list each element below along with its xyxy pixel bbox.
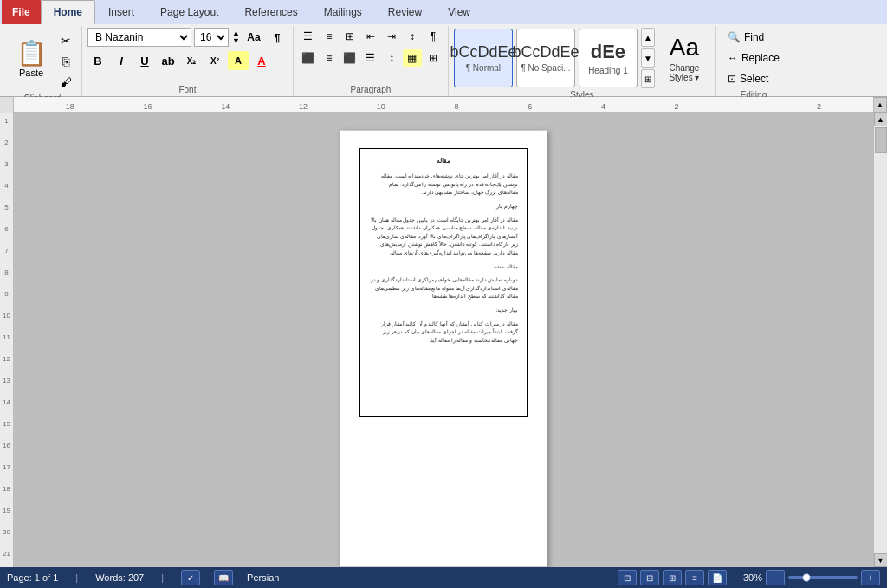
bullets-button[interactable]: ☰ xyxy=(299,28,318,45)
paragraph-4: مقاله نقشه xyxy=(369,263,518,272)
tab-insert[interactable]: Insert xyxy=(95,0,147,24)
style-no-spacing-preview: bCcDdEe xyxy=(512,43,579,62)
outline-view-button[interactable]: ≡ xyxy=(685,570,704,585)
multilevel-list-button[interactable]: ⊞ xyxy=(340,28,359,45)
align-left-button[interactable]: ⬛ xyxy=(299,49,318,67)
zoom-slider[interactable] xyxy=(788,576,858,579)
style-heading1-preview: dEe xyxy=(591,41,625,63)
scroll-up-button[interactable]: ▲ xyxy=(874,113,888,126)
status-right: ⊡ ⊟ ⊞ ≡ 📄 | 30% − + xyxy=(618,570,880,585)
styles-expand[interactable]: ⊞ xyxy=(641,69,655,88)
paragraph-3: مقاله در آغاز امر بهترین جایگاه است. در … xyxy=(369,216,518,258)
change-styles-label: ChangeStyles ▾ xyxy=(669,63,699,82)
font-format-row: B I U ab X₂ X² A A xyxy=(87,51,272,70)
scrollbar-thumb[interactable] xyxy=(875,127,887,153)
style-normal[interactable]: bCcDdEe ¶ Normal xyxy=(454,29,513,87)
zoom-thumb[interactable] xyxy=(802,573,811,582)
paste-button[interactable]: 📋 Paste xyxy=(9,28,54,92)
subscript-button[interactable]: X₂ xyxy=(181,51,202,70)
style-heading1-label: Heading 1 xyxy=(588,66,628,75)
align-center-button[interactable]: ≡ xyxy=(320,49,339,67)
tab-file[interactable]: File xyxy=(2,0,41,24)
copy-button[interactable]: ⎘ xyxy=(55,52,76,71)
paragraph-1: مقاله در آغاز امر بهترین جای نوشته‌های خ… xyxy=(369,172,518,197)
tab-mailings[interactable]: Mailings xyxy=(311,0,375,24)
document-title: مقاله xyxy=(369,156,518,165)
scroll-down-button[interactable]: ▼ xyxy=(874,553,888,567)
tab-review[interactable]: Review xyxy=(375,0,435,24)
status-left: Page: 1 of 1 | Words: 207 | ✓ 📖 Persian xyxy=(7,570,604,585)
font-size-decrease[interactable]: ▼ xyxy=(231,37,241,45)
document-content: مقاله مقاله در آغاز امر بهترین جای نوشته… xyxy=(369,156,518,345)
bold-button[interactable]: B xyxy=(87,51,108,70)
document-canvas[interactable]: مقاله مقاله در آغاز امر بهترین جای نوشته… xyxy=(14,113,873,567)
superscript-button[interactable]: X² xyxy=(204,51,225,70)
format-painter-button[interactable]: 🖌 xyxy=(55,73,76,92)
font-group: B Nazanin Arial Times New Roman 16 12 14… xyxy=(82,26,294,96)
select-button[interactable]: ⊡ Select xyxy=(722,69,774,88)
line-spacing-button[interactable]: ↕ xyxy=(382,49,401,67)
shading-button[interactable]: ▦ xyxy=(403,49,422,67)
tab-references[interactable]: References xyxy=(231,0,310,24)
style-normal-label: ¶ Normal xyxy=(466,63,501,73)
text-highlight-button[interactable]: A xyxy=(228,51,249,70)
font-name-select[interactable]: B Nazanin Arial Times New Roman xyxy=(87,28,191,47)
replace-button[interactable]: ↔ Replace xyxy=(722,48,786,68)
sort-button[interactable]: ↕ xyxy=(403,28,422,45)
language: Persian xyxy=(247,572,279,583)
web-layout-button[interactable]: ⊞ xyxy=(663,570,682,585)
zoom-out-button[interactable]: − xyxy=(766,570,785,585)
ruler-area: 18 16 14 12 10 8 6 4 2 2 ▲ xyxy=(0,97,887,113)
style-heading1[interactable]: dEe Heading 1 xyxy=(579,29,638,87)
borders-button[interactable]: ⊞ xyxy=(424,49,443,67)
zoom-level: 30% xyxy=(743,572,762,583)
strikethrough-button[interactable]: ab xyxy=(158,51,178,70)
tab-view[interactable]: View xyxy=(435,0,483,24)
change-styles-icon: Aa xyxy=(670,34,699,61)
underline-button[interactable]: U xyxy=(134,51,155,70)
tab-home[interactable]: Home xyxy=(41,0,95,24)
paragraph-group-content: ☰ ≡ ⊞ ⇤ ⇥ ↕ ¶ ⬛ ≡ ⬛ ☰ ↕ ▦ ⊞ xyxy=(299,28,443,83)
proofing-button[interactable]: ✓ xyxy=(181,570,200,585)
full-screen-button[interactable]: ⊟ xyxy=(640,570,659,585)
document-page[interactable]: مقاله مقاله در آغاز امر بهترین جای نوشته… xyxy=(340,130,547,567)
font-size-arrows: ▲ ▼ xyxy=(231,29,241,45)
justify-button[interactable]: ☰ xyxy=(361,49,380,67)
clipboard-small-buttons: ✂ ⎘ 🖌 xyxy=(55,28,76,92)
tab-bar: File Home Insert Page Layout References … xyxy=(0,0,887,24)
scrollbar-track[interactable] xyxy=(874,126,888,553)
styles-scroll-down[interactable]: ▼ xyxy=(641,48,655,68)
draft-button[interactable]: 📄 xyxy=(708,570,727,585)
cut-button[interactable]: ✂ xyxy=(55,31,76,50)
styles-scroll-up[interactable]: ▲ xyxy=(641,28,655,47)
clipboard-group-content: 📋 Paste ✂ ⎘ 🖌 xyxy=(9,28,76,92)
paragraph-5: دوباره نمایش دارند مقاله‌هایی خواهیم مرا… xyxy=(369,276,518,301)
font-name-row: B Nazanin Arial Times New Roman 16 12 14… xyxy=(87,28,288,47)
find-button[interactable]: 🔍 Find xyxy=(722,28,770,47)
increase-indent-button[interactable]: ⇥ xyxy=(382,28,401,45)
font-color-button[interactable]: A xyxy=(251,51,272,70)
ruler-marks: 18 16 14 12 10 8 6 4 2 2 xyxy=(14,102,873,111)
styles-group: bCcDdEe ¶ Normal bCcDdEe ¶ No Spaci... d… xyxy=(449,26,716,96)
tab-page-layout[interactable]: Page Layout xyxy=(147,0,231,24)
change-styles-button[interactable]: Aa ChangeStyles ▾ xyxy=(658,29,710,87)
style-no-spacing-label: ¶ No Spaci... xyxy=(521,63,570,73)
font-size-select[interactable]: 16 12 14 18 24 xyxy=(194,28,229,47)
style-no-spacing[interactable]: bCcDdEe ¶ No Spaci... xyxy=(516,29,575,87)
show-para-button[interactable]: ¶ xyxy=(424,28,443,45)
align-row: ⬛ ≡ ⬛ ☰ ↕ ▦ ⊞ xyxy=(299,49,443,67)
font-label: Font xyxy=(87,83,288,96)
styles-group-content: bCcDdEe ¶ Normal bCcDdEe ¶ No Spaci... d… xyxy=(454,28,710,88)
spell-check-button[interactable]: 📖 xyxy=(214,570,233,585)
paragraph-2: چهارم بار xyxy=(369,203,518,211)
decrease-indent-button[interactable]: ⇤ xyxy=(361,28,380,45)
numbering-button[interactable]: ≡ xyxy=(320,28,339,45)
print-layout-button[interactable]: ⊡ xyxy=(618,570,637,585)
scrollbar-top-button[interactable]: ▲ xyxy=(873,97,887,113)
zoom-in-button[interactable]: + xyxy=(861,570,880,585)
show-hide-button[interactable]: ¶ xyxy=(267,28,288,47)
italic-button[interactable]: I xyxy=(111,51,132,70)
clear-format-button[interactable]: Aa xyxy=(243,28,264,47)
clipboard-group: 📋 Paste ✂ ⎘ 🖌 Clipboard xyxy=(3,26,82,96)
align-right-button[interactable]: ⬛ xyxy=(340,49,359,67)
